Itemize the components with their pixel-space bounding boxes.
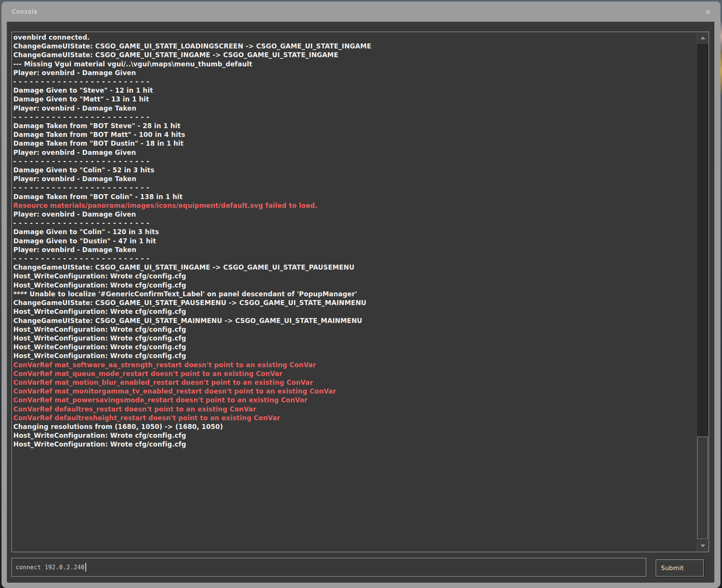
submit-button-label: Submit bbox=[661, 564, 684, 572]
title-bar[interactable]: Console × bbox=[2, 2, 720, 22]
console-line: Damage Given to "Matt" - 13 in 1 hit bbox=[13, 95, 696, 104]
console-line: Player: ovenbird - Damage Taken bbox=[13, 175, 696, 183]
console-line: Player: ovenbird - Damage Given bbox=[13, 69, 696, 77]
console-line: ------------------------- bbox=[13, 219, 696, 228]
console-line: ChangeGameUIState: CSGO_GAME_UI_STATE_MA… bbox=[13, 316, 696, 325]
console-panel: ovenbird connected.ChangeGameUIState: CS… bbox=[7, 22, 714, 583]
console-line: Resource materials/panorama/images/icons… bbox=[13, 201, 696, 210]
console-line: ovenbird connected. bbox=[13, 33, 696, 42]
console-line: ChangeGameUIState: CSGO_GAME_UI_STATE_PA… bbox=[13, 299, 696, 307]
console-line: ConVarRef mat_queue_mode_restart doesn't… bbox=[13, 370, 696, 378]
console-line: Damage Given to "Steve" - 12 in 1 hit bbox=[13, 86, 696, 95]
console-line: Host_WriteConfiguration: Wrote cfg/confi… bbox=[13, 431, 696, 440]
console-line: Damage Taken from "BOT Colin" - 138 in 1… bbox=[13, 193, 696, 201]
console-line: ChangeGameUIState: CSGO_GAME_UI_STATE_IN… bbox=[13, 263, 696, 272]
console-line: Player: ovenbird - Damage Taken bbox=[13, 104, 696, 113]
console-line: Damage Given to "Colin" - 120 in 3 hits bbox=[13, 228, 696, 236]
console-line: ConVarRef defaultres_restart doesn't poi… bbox=[13, 405, 696, 414]
console-line: ------------------------- bbox=[13, 77, 696, 86]
scrollbar[interactable] bbox=[696, 32, 709, 552]
console-log: ovenbird connected.ChangeGameUIState: CS… bbox=[12, 32, 696, 552]
console-line: Host_WriteConfiguration: Wrote cfg/confi… bbox=[13, 334, 696, 343]
console-window: Console × ovenbird connected.ChangeGameU… bbox=[2, 2, 720, 588]
scrollbar-thumb[interactable] bbox=[697, 437, 708, 539]
command-input-value: connect 192.0.2.240 bbox=[16, 564, 85, 571]
scroll-up-button[interactable] bbox=[697, 32, 709, 44]
console-line: --- Missing Vgui material vgui/..\vgui\m… bbox=[13, 60, 696, 69]
console-line: ChangeGameUIState: CSGO_GAME_UI_STATE_IN… bbox=[13, 51, 696, 59]
console-line: Host_WriteConfiguration: Wrote cfg/confi… bbox=[13, 343, 696, 352]
console-line: Host_WriteConfiguration: Wrote cfg/confi… bbox=[13, 272, 696, 281]
console-line: Host_WriteConfiguration: Wrote cfg/confi… bbox=[13, 440, 696, 449]
command-input[interactable]: connect 192.0.2.240 bbox=[11, 558, 646, 577]
console-line: Damage Given to "Colin" - 52 in 3 hits bbox=[13, 166, 696, 175]
console-line: Player: ovenbird - Damage Given bbox=[13, 148, 696, 157]
console-output-box: ovenbird connected.ChangeGameUIState: CS… bbox=[11, 32, 709, 552]
text-cursor bbox=[85, 563, 86, 572]
arrow-down-icon bbox=[701, 545, 705, 547]
console-line: ConVarRef mat_motion_blur_enabled_restar… bbox=[13, 378, 696, 387]
console-line: ConVarRef mat_powersavingsmode_restart d… bbox=[13, 396, 696, 405]
console-line: Host_WriteConfiguration: Wrote cfg/confi… bbox=[13, 307, 696, 316]
console-line: ------------------------- bbox=[13, 183, 696, 192]
console-line: ConVarRef mat_software_aa_strength_resta… bbox=[13, 361, 696, 370]
scroll-down-button[interactable] bbox=[697, 540, 709, 552]
console-line: ConVarRef defaultresheight_restart doesn… bbox=[13, 414, 696, 423]
console-line: Damage Taken from "BOT Steve" - 28 in 1 … bbox=[13, 122, 696, 130]
console-line: ------------------------- bbox=[13, 254, 696, 263]
console-line: Player: ovenbird - Damage Taken bbox=[13, 246, 696, 254]
console-line: Host_WriteConfiguration: Wrote cfg/confi… bbox=[13, 325, 696, 334]
close-button[interactable]: × bbox=[703, 6, 713, 16]
console-line: ------------------------- bbox=[13, 113, 696, 122]
console-line: Changing resolutions from (1680, 1050) -… bbox=[13, 423, 696, 431]
console-line: ChangeGameUIState: CSGO_GAME_UI_STATE_LO… bbox=[13, 42, 696, 51]
console-line: Damage Given to "Dustin" - 47 in 1 hit bbox=[13, 237, 696, 246]
console-line: Damage Taken from "BOT Dustin" - 18 in 1… bbox=[13, 139, 696, 148]
submit-button[interactable]: Submit bbox=[656, 559, 704, 577]
console-line: Player: ovenbird - Damage Given bbox=[13, 210, 696, 219]
console-line: ------------------------- bbox=[13, 157, 696, 166]
close-icon: × bbox=[705, 8, 711, 16]
console-line: Host_WriteConfiguration: Wrote cfg/confi… bbox=[13, 281, 696, 290]
console-line: Damage Taken from "BOT Matt" - 100 in 4 … bbox=[13, 130, 696, 139]
console-line: **** Unable to localize '#GenericConfirm… bbox=[13, 290, 696, 299]
console-line: ConVarRef mat_monitorgamma_tv_enabled_re… bbox=[13, 387, 696, 396]
arrow-up-icon bbox=[701, 37, 705, 39]
window-title: Console bbox=[12, 8, 38, 15]
console-line: Host_WriteConfiguration: Wrote cfg/confi… bbox=[13, 352, 696, 360]
